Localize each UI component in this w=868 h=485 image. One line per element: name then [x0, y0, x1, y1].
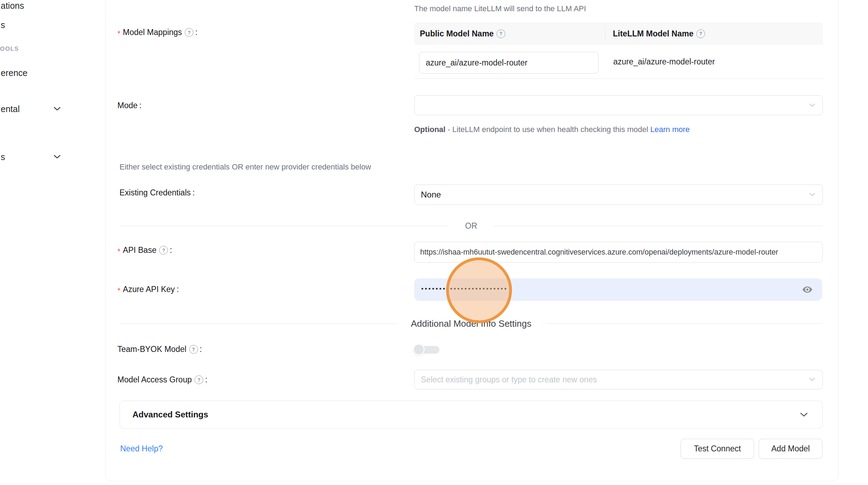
model-mappings-table: Public Model Name ? LiteLLM Model Name ?… [414, 22, 823, 78]
question-circle-icon[interactable]: ? [194, 375, 203, 384]
masked-password-dots: •••••••••••••••••••••••• [421, 285, 508, 293]
team-byok-label: Team-BYOK Model ? : [117, 345, 202, 354]
sidebar-item-ental[interactable]: ental [1, 104, 20, 114]
model-access-group-select[interactable]: Select existing groups or type to create… [414, 370, 823, 389]
existing-credentials-label: Existing Credentials : [119, 188, 195, 198]
question-circle-icon[interactable]: ? [159, 246, 168, 255]
sidebar-item-erence[interactable]: erence [1, 68, 27, 78]
question-circle-icon[interactable]: ? [696, 29, 705, 38]
litellm-model-name-value: azure_ai/azure-model-router [613, 45, 715, 78]
chevron-down-icon[interactable] [54, 106, 61, 112]
or-divider: OR [119, 221, 823, 231]
test-connect-button[interactable]: Test Connect [681, 439, 754, 459]
public-model-name-input[interactable]: azure_ai/azure-model-router [419, 52, 599, 74]
mappings-table-header: Public Model Name ? LiteLLM Model Name ? [414, 22, 823, 45]
mode-select[interactable] [414, 95, 823, 115]
toggle-knob [413, 344, 425, 355]
sidebar-section-tools: OOLS [0, 46, 19, 53]
existing-credentials-value: None [421, 190, 441, 200]
api-base-input[interactable]: https://ishaa-mh6uutut-swedencentral.cog… [414, 242, 823, 263]
chevron-down-icon [809, 102, 815, 109]
model-mappings-label: * Model Mappings ? : [117, 28, 198, 37]
mode-label: Mode : [117, 101, 142, 110]
header-divider [605, 27, 606, 41]
mappings-table-row: azure_ai/azure-model-router azure_ai/azu… [414, 45, 823, 79]
need-help-link[interactable]: Need Help? [120, 444, 163, 453]
question-circle-icon[interactable]: ? [189, 345, 198, 354]
learn-more-link[interactable]: Learn more [650, 125, 690, 134]
credentials-note: Either select existing credentials OR en… [119, 162, 371, 172]
advanced-settings-panel[interactable]: Advanced Settings [119, 401, 823, 429]
required-asterisk: * [117, 29, 121, 38]
add-model-page: ations s OOLS erence ental s The model n… [0, 0, 868, 485]
azure-api-key-input[interactable]: •••••••••••••••••••••••• [414, 278, 822, 301]
sidebar-item-ations[interactable]: ations [1, 1, 24, 11]
model-access-group-label: Model Access Group ? : [117, 375, 207, 384]
model-access-group-placeholder: Select existing groups or type to create… [421, 375, 597, 384]
advanced-settings-label: Advanced Settings [132, 410, 208, 420]
chevron-down-icon [809, 376, 815, 383]
api-base-label: * API Base ? : [117, 245, 172, 255]
chevron-down-icon [800, 413, 808, 417]
question-circle-icon[interactable]: ? [497, 29, 505, 38]
mode-help-text: Optional - LiteLLM endpoint to use when … [414, 123, 698, 137]
model-name-hint: The model name LiteLLM will send to the … [414, 4, 586, 13]
chevron-down-icon [809, 192, 815, 198]
additional-settings-divider-text: Additional Model Info Settings [411, 318, 532, 329]
chevron-down-icon[interactable] [54, 154, 61, 160]
question-circle-icon[interactable]: ? [185, 28, 193, 37]
existing-credentials-select[interactable]: None [414, 185, 823, 205]
required-asterisk: * [117, 247, 121, 256]
required-asterisk: * [117, 286, 121, 295]
eye-icon[interactable] [802, 285, 813, 294]
sidebar-item-s2[interactable]: s [1, 152, 5, 162]
or-divider-text: OR [465, 221, 477, 231]
litellm-model-name-header: LiteLLM Model Name ? [600, 29, 705, 39]
api-base-value: https://ishaa-mh6uutut-swedencentral.cog… [420, 248, 817, 257]
add-model-button[interactable]: Add Model [759, 439, 822, 459]
additional-settings-divider: Additional Model Info Settings [119, 318, 823, 329]
public-model-name-header: Public Model Name ? [414, 29, 600, 39]
azure-api-key-label: * Azure API Key : [117, 285, 179, 294]
team-byok-toggle[interactable] [413, 344, 440, 356]
sidebar-item-s1[interactable]: s [1, 20, 5, 30]
